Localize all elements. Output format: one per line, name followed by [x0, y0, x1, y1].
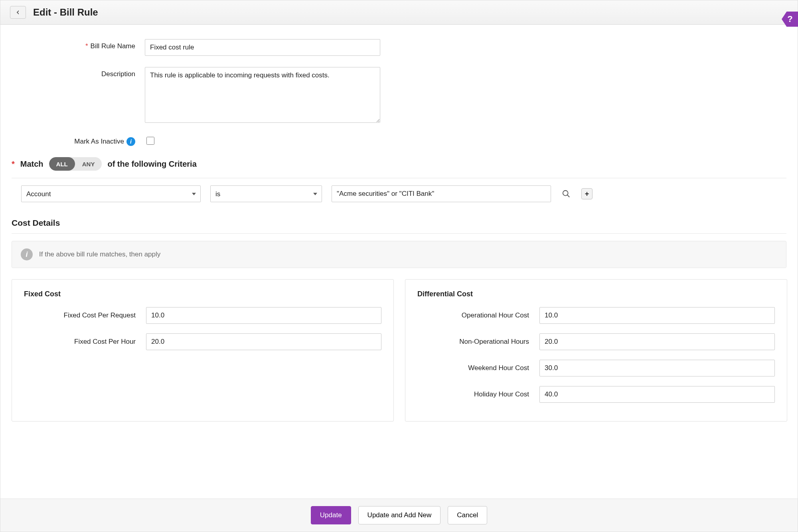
svg-line-1 — [567, 195, 570, 197]
fixed-per-request-input[interactable] — [146, 307, 381, 324]
holiday-hour-input[interactable] — [539, 386, 775, 403]
page-title: Edit - Bill Rule — [33, 7, 98, 18]
criteria-field-select[interactable]: Account — [21, 185, 201, 202]
fixed-per-hour-input[interactable] — [146, 333, 381, 350]
footer-actions: Update Update and Add New Cancel — [0, 499, 798, 532]
cost-details-title: Cost Details — [12, 218, 786, 228]
arrow-left-icon — [15, 9, 21, 16]
fixed-cost-title: Fixed Cost — [24, 290, 381, 298]
description-textarea[interactable]: This rule is applicable to incoming requ… — [145, 67, 380, 123]
nonop-hour-input[interactable] — [539, 333, 775, 350]
description-label: Description — [40, 67, 135, 78]
match-all-button[interactable]: ALL — [49, 157, 75, 171]
name-label: * Bill Rule Name — [40, 39, 135, 50]
criteria-search-button[interactable] — [561, 188, 572, 199]
nonop-hour-label: Non-Operational Hours — [417, 338, 529, 346]
holiday-hour-label: Holiday Hour Cost — [417, 390, 529, 398]
weekend-hour-input[interactable] — [539, 360, 775, 376]
operational-hour-input[interactable] — [539, 307, 775, 324]
divider — [12, 233, 786, 234]
page-header: Edit - Bill Rule — [0, 0, 798, 25]
match-criteria-row: * Match ALL ANY of the following Criteri… — [12, 157, 786, 171]
inactive-checkbox[interactable] — [146, 137, 154, 145]
update-add-new-button[interactable]: Update and Add New — [358, 506, 441, 524]
operational-hour-label: Operational Hour Cost — [417, 311, 529, 319]
divider — [12, 178, 786, 178]
criteria-row: Account is + — [12, 185, 786, 202]
cost-info-text: If the above bill rule matches, then app… — [39, 250, 160, 258]
criteria-value-input[interactable] — [332, 185, 551, 202]
weekend-hour-label: Weekend Hour Cost — [417, 364, 529, 372]
info-icon: i — [21, 248, 33, 260]
svg-point-0 — [563, 191, 568, 196]
differential-cost-title: Differential Cost — [417, 290, 775, 298]
help-icon: ? — [787, 14, 792, 24]
criteria-operator-select[interactable]: is — [210, 185, 322, 202]
cancel-button[interactable]: Cancel — [448, 506, 487, 524]
match-any-button[interactable]: ANY — [75, 157, 102, 171]
plus-icon: + — [585, 190, 589, 198]
fixed-cost-box: Fixed Cost Fixed Cost Per Request Fixed … — [12, 279, 394, 422]
fixed-per-hour-label: Fixed Cost Per Hour — [24, 338, 136, 346]
cost-info-banner: i If the above bill rule matches, then a… — [12, 241, 786, 268]
search-icon — [562, 189, 571, 198]
criteria-add-button[interactable]: + — [581, 188, 593, 199]
inactive-label: Mark As Inactive i — [40, 134, 135, 146]
back-button[interactable] — [10, 6, 26, 19]
differential-cost-box: Differential Cost Operational Hour Cost … — [405, 279, 787, 422]
info-icon[interactable]: i — [126, 137, 135, 146]
name-input[interactable] — [145, 39, 380, 56]
fixed-per-request-label: Fixed Cost Per Request — [24, 311, 136, 319]
update-button[interactable]: Update — [311, 506, 351, 524]
match-mode-toggle: ALL ANY — [49, 157, 102, 171]
